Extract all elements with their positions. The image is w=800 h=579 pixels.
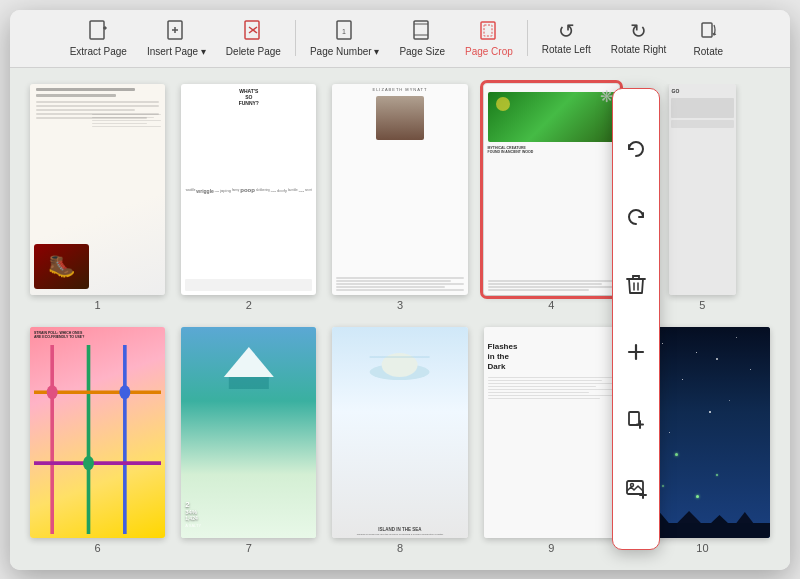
page-size-label: Page Size xyxy=(399,46,445,57)
page-item-7: 2 34% 1,424 A SALTY 7 xyxy=(181,327,316,554)
page-item-2: WHAT'SSOFUNNY? waddle wriggle poke japin… xyxy=(181,84,316,311)
insert-page-button[interactable]: Insert Page ▾ xyxy=(139,16,214,61)
svg-point-22 xyxy=(119,385,130,399)
sep2 xyxy=(527,20,528,56)
page-crop-button[interactable]: Page Crop xyxy=(457,16,521,61)
page-crop-icon xyxy=(478,20,500,43)
action-rotate-left-button[interactable] xyxy=(619,132,653,166)
page-item-1: 🥾 1 xyxy=(30,84,165,311)
action-rotate-right-button[interactable] xyxy=(619,200,653,234)
page-item-6: STRAIN POLL: WHICH ONESARE ECO-FRIENDLY … xyxy=(30,327,165,554)
page-thumb-4[interactable]: MYTHICAL CREATUREFOUND IN ANCIENT WOOD ❋ xyxy=(484,84,619,295)
page-thumb-6[interactable]: STRAIN POLL: WHICH ONESARE ECO-FRIENDLY … xyxy=(30,327,165,538)
svg-rect-24 xyxy=(229,377,269,389)
app-window: Extract Page Insert Page ▾ Delete Page 1… xyxy=(10,10,790,570)
insert-page-icon xyxy=(165,20,187,43)
page-number-5: 5 xyxy=(699,299,705,311)
svg-rect-14 xyxy=(702,23,712,37)
svg-text:1: 1 xyxy=(342,28,346,35)
rotate-right-button[interactable]: ↻ Rotate Right xyxy=(603,17,675,59)
rotate-icon xyxy=(697,20,719,43)
content-area: 🥾 1 xyxy=(10,68,790,570)
svg-marker-23 xyxy=(224,347,274,377)
svg-rect-0 xyxy=(90,21,104,39)
rotate-left-button[interactable]: ↺ Rotate Left xyxy=(534,17,599,59)
rotate-right-icon: ↻ xyxy=(630,21,647,41)
page-number-3: 3 xyxy=(397,299,403,311)
svg-point-21 xyxy=(83,456,94,470)
page-thumb-8[interactable]: ISLAND IN THE SEA Finding an island life… xyxy=(332,327,467,538)
pages-grid: 🥾 1 xyxy=(10,68,790,570)
page-thumb-7[interactable]: 2 34% 1,424 A SALTY xyxy=(181,327,316,538)
page-thumb-3[interactable]: ELIZABETH MYNATT xyxy=(332,84,467,295)
page-crop-label: Page Crop xyxy=(465,46,513,57)
delete-page-icon xyxy=(242,20,264,43)
action-add-before-button[interactable] xyxy=(619,335,653,369)
page-number-9: 9 xyxy=(548,542,554,554)
svg-rect-13 xyxy=(484,25,492,36)
svg-marker-30 xyxy=(677,511,701,523)
toolbar: Extract Page Insert Page ▾ Delete Page 1… xyxy=(10,10,790,68)
page-number-button[interactable]: 1 Page Number ▾ xyxy=(302,16,387,61)
insert-page-label: Insert Page ▾ xyxy=(147,46,206,57)
extract-page-label: Extract Page xyxy=(70,46,127,57)
page-number-1: 1 xyxy=(95,299,101,311)
page-item-3: ELIZABETH MYNATT 3 xyxy=(332,84,467,311)
page-number-6: 6 xyxy=(95,542,101,554)
page-number-7: 7 xyxy=(246,542,252,554)
page-number-icon: 1 xyxy=(334,20,356,43)
page-item-4: MYTHICAL CREATUREFOUND IN ANCIENT WOOD ❋… xyxy=(484,84,619,311)
svg-rect-37 xyxy=(629,412,639,425)
rotate-left-label: Rotate Left xyxy=(542,44,591,55)
page-thumb-1[interactable]: 🥾 xyxy=(30,84,165,295)
rotate-label: Rotate xyxy=(694,46,723,57)
page-number-8: 8 xyxy=(397,542,403,554)
action-add-image-button[interactable] xyxy=(619,471,653,505)
page-thumb-9[interactable]: Flashesin theDark xyxy=(484,327,619,538)
page-number-10: 10 xyxy=(696,542,708,554)
action-add-after-button[interactable] xyxy=(619,403,653,437)
svg-point-20 xyxy=(47,385,58,399)
extract-page-button[interactable]: Extract Page xyxy=(62,16,135,61)
page-size-button[interactable]: Page Size xyxy=(391,16,453,61)
delete-page-label: Delete Page xyxy=(226,46,281,57)
page-number-2: 2 xyxy=(246,299,252,311)
action-panel xyxy=(612,88,660,550)
svg-rect-40 xyxy=(627,481,643,494)
rotate-right-label: Rotate Right xyxy=(611,44,667,55)
page-size-icon xyxy=(411,20,433,43)
rotate-left-icon: ↺ xyxy=(558,21,575,41)
svg-marker-32 xyxy=(736,512,753,523)
page-number-label: Page Number ▾ xyxy=(310,46,379,57)
extract-page-icon xyxy=(87,20,109,43)
sep1 xyxy=(295,20,296,56)
page-thumb-2[interactable]: WHAT'SSOFUNNY? waddle wriggle poke japin… xyxy=(181,84,316,295)
action-delete-button[interactable] xyxy=(619,268,653,302)
page-number-4: 4 xyxy=(548,299,554,311)
page-item-9: Flashesin theDark xyxy=(484,327,619,554)
page-thumb-5[interactable]: GO xyxy=(669,84,737,295)
svg-point-41 xyxy=(631,483,634,486)
delete-page-button[interactable]: Delete Page xyxy=(218,16,289,61)
svg-marker-31 xyxy=(711,515,728,523)
page-item-8: ISLAND IN THE SEA Finding an island life… xyxy=(332,327,467,554)
rotate-button[interactable]: Rotate xyxy=(678,16,738,61)
